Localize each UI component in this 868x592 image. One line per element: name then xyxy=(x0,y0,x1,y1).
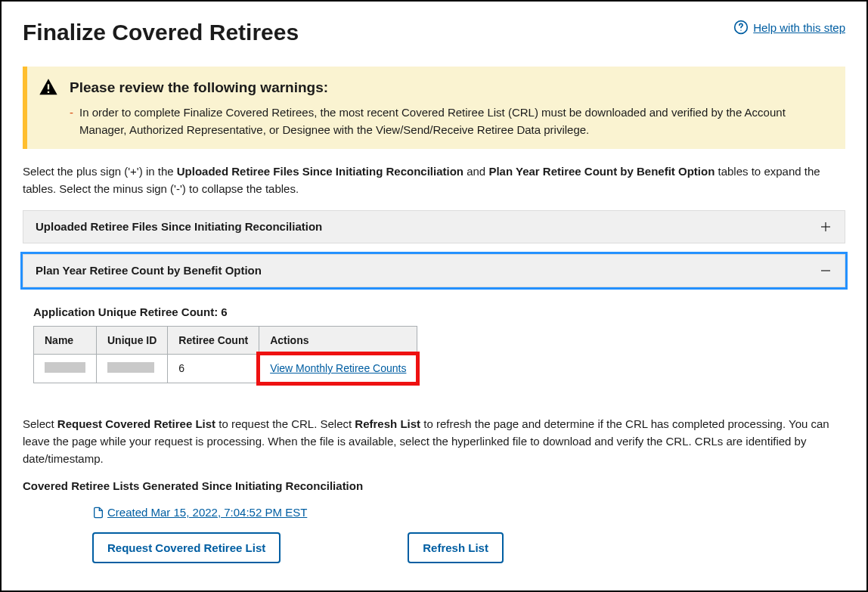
retiree-count-label: Application Unique Retiree Count: 6 xyxy=(33,305,845,318)
cell-name xyxy=(34,354,97,383)
crl-file-label: Created Mar 15, 2022, 7:04:52 PM EST xyxy=(107,506,307,519)
request-crl-button[interactable]: Request Covered Retiree List xyxy=(92,532,281,563)
accordion-title: Uploaded Retiree Files Since Initiating … xyxy=(36,220,322,233)
plus-icon xyxy=(819,220,832,234)
warning-text: In order to complete Finalize Covered Re… xyxy=(79,104,832,138)
file-icon xyxy=(92,507,104,519)
view-monthly-counts-link[interactable]: View Monthly Retiree Counts xyxy=(270,362,406,374)
crl-instructions: Select Request Covered Retiree List to r… xyxy=(23,415,845,468)
svg-rect-2 xyxy=(48,84,49,89)
warning-alert: Please review the following warnings: - … xyxy=(23,67,845,149)
page-title: Finalize Covered Retirees xyxy=(23,20,299,45)
cell-retiree-count: 6 xyxy=(168,354,259,383)
cell-actions: View Monthly Retiree Counts xyxy=(259,354,417,383)
accordion-uploaded-files[interactable]: Uploaded Retiree Files Since Initiating … xyxy=(23,210,845,243)
col-unique-id: Unique ID xyxy=(97,326,168,354)
table-header-row: Name Unique ID Retiree Count Actions xyxy=(34,326,417,354)
col-retiree-count: Retiree Count xyxy=(168,326,259,354)
bullet-dash: - xyxy=(70,104,73,138)
col-name: Name xyxy=(34,326,97,354)
retiree-table: Name Unique ID Retiree Count Actions 6 V… xyxy=(33,326,417,383)
cell-unique-id xyxy=(97,354,168,383)
help-link[interactable]: Help with this step xyxy=(733,20,845,35)
crl-heading: Covered Retiree Lists Generated Since In… xyxy=(23,479,845,492)
col-actions: Actions xyxy=(259,326,417,354)
refresh-list-button[interactable]: Refresh List xyxy=(408,532,504,563)
crl-file-link[interactable]: Created Mar 15, 2022, 7:04:52 PM EST xyxy=(92,506,307,519)
redacted-text xyxy=(45,362,85,373)
svg-point-1 xyxy=(741,30,742,31)
redacted-text xyxy=(107,362,154,373)
svg-rect-3 xyxy=(48,91,49,93)
warning-icon xyxy=(38,77,59,98)
accordion-plan-year[interactable]: Plan Year Retiree Count by Benefit Optio… xyxy=(23,254,845,287)
accordion-title: Plan Year Retiree Count by Benefit Optio… xyxy=(36,264,262,277)
warning-title: Please review the following warnings: xyxy=(70,79,328,96)
help-link-label: Help with this step xyxy=(753,21,845,34)
table-row: 6 View Monthly Retiree Counts xyxy=(34,354,417,383)
intro-text: Select the plus sign ('+') in the Upload… xyxy=(23,163,845,198)
help-icon xyxy=(733,20,749,35)
minus-icon xyxy=(819,264,832,277)
